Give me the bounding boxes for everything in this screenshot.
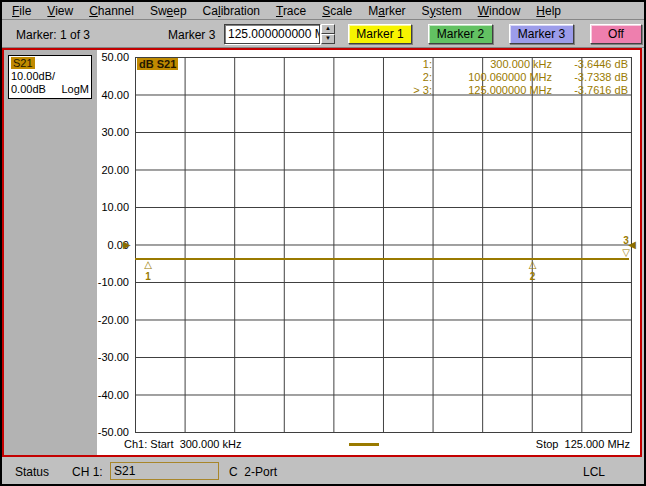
- marker-readout-row: 1:300.000 kHz-3.6446 dB: [400, 58, 628, 71]
- menu-item-system[interactable]: System: [414, 3, 470, 19]
- marker-1-symbol[interactable]: △: [141, 260, 155, 270]
- y-tick-label: 20.00: [95, 164, 129, 176]
- marker-2-number: 2: [526, 272, 540, 282]
- menu-item-view[interactable]: View: [39, 3, 81, 19]
- menu-item-scale[interactable]: Scale: [314, 3, 360, 19]
- lcl-label: LCL: [583, 465, 605, 479]
- marker-3-button[interactable]: Marker 3: [509, 24, 574, 44]
- marker-readout-row: 2:100.060000 MHz-3.7338 dB: [400, 71, 628, 84]
- window-inner: FileViewChannelSweepCalibrationTraceScal…: [2, 2, 644, 484]
- active-trace-box[interactable]: S21: [110, 462, 219, 480]
- vna-app-window: FileViewChannelSweepCalibrationTraceScal…: [0, 0, 646, 486]
- marker-3-symbol[interactable]: ▽: [619, 248, 633, 258]
- stop-frequency-label: Stop 125.000 MHz: [536, 438, 630, 450]
- status-bar: Status CH 1: S21 C 2-Port LCL: [2, 459, 644, 484]
- start-frequency-label: Ch1: Start 300.000 kHz: [124, 438, 241, 450]
- menu-item-sweep[interactable]: Sweep: [142, 3, 195, 19]
- menu-item-window[interactable]: Window: [470, 3, 529, 19]
- y-tick-label: -30.00: [95, 351, 129, 363]
- menu-item-file[interactable]: File: [4, 3, 39, 19]
- status-label: Status: [15, 465, 49, 479]
- marker-2-symbol[interactable]: △: [526, 260, 540, 270]
- off-button[interactable]: Off: [590, 24, 642, 44]
- marker-2-button[interactable]: Marker 2: [428, 24, 493, 44]
- y-tick-label: -10.00: [95, 276, 129, 288]
- trace-badge: dB S21: [137, 58, 178, 70]
- y-tick-label: 30.00: [95, 126, 129, 138]
- marker-3-number: 3: [619, 236, 633, 246]
- y-tick-label: 10.00: [95, 201, 129, 213]
- trace-status-box[interactable]: S21 10.00dB/ 0.00dB LogM: [8, 55, 92, 99]
- trace-line: [135, 258, 629, 260]
- y-tick-label: 50.00: [95, 51, 129, 63]
- trace-ref-label: 0.00dB: [11, 83, 46, 96]
- marker-1-button[interactable]: Marker 1: [348, 24, 412, 44]
- y-tick-label: 40.00: [95, 89, 129, 101]
- marker-buttons: Marker 1Marker 2Marker 3Off: [2, 21, 644, 47]
- trace-name-highlight[interactable]: S21: [11, 57, 35, 69]
- x-axis-row: Ch1: Start 300.000 kHz Stop 125.000 MHz: [97, 436, 640, 454]
- y-tick-label: -20.00: [95, 314, 129, 326]
- marker-1-number: 1: [141, 272, 155, 282]
- menu-bar: FileViewChannelSweepCalibrationTraceScal…: [2, 2, 644, 20]
- channel-label: CH 1:: [72, 465, 103, 479]
- y-tick-label: -40.00: [95, 389, 129, 401]
- marker-readout-row: > 3:125.000000 MHz-3.7616 dB: [400, 84, 628, 97]
- menu-item-help[interactable]: Help: [528, 3, 569, 19]
- menu-item-calibration[interactable]: Calibration: [195, 3, 268, 19]
- ref-level-indicator-left: ▶: [123, 240, 131, 250]
- trace-sidebar: S21 10.00dB/ 0.00dB LogM: [4, 50, 97, 455]
- channel-display: S21 10.00dB/ 0.00dB LogM 50.0040.0030.00…: [2, 48, 642, 457]
- trace-legend-dash: [349, 443, 379, 446]
- menu-item-marker[interactable]: Marker: [360, 3, 413, 19]
- y-axis-labels: 50.0040.0030.0020.0010.000.00-10.00-20.0…: [97, 50, 131, 455]
- cal-status-label: C 2-Port: [229, 465, 277, 479]
- plot-region: 50.0040.0030.0020.0010.000.00-10.00-20.0…: [97, 50, 640, 455]
- graticule[interactable]: dB S21 1:300.000 kHz-3.6446 dB2:100.0600…: [135, 57, 632, 433]
- marker-toolbar: Marker: 1 of 3 Marker 3 125.000000000 MH…: [2, 21, 644, 48]
- trace-format-label: LogM: [61, 83, 89, 96]
- trace-scale-label: 10.00dB/: [11, 70, 89, 83]
- marker-readouts: 1:300.000 kHz-3.6446 dB2:100.060000 MHz-…: [400, 58, 628, 97]
- menu-item-channel[interactable]: Channel: [81, 3, 142, 19]
- menu-item-trace[interactable]: Trace: [268, 3, 314, 19]
